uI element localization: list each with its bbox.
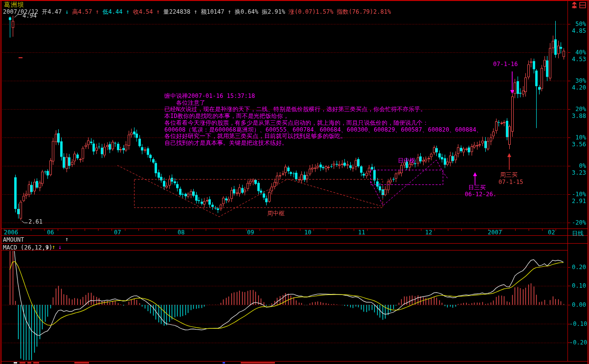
axis-divider <box>567 0 568 362</box>
commentary-line: 600608（笔误：是600068葛洲坝）、600555、600784、6006… <box>164 127 482 134</box>
macd-label-bottom-line <box>0 250 567 250</box>
daily-pivot-label: 日中枢 <box>398 158 415 163</box>
period-selector[interactable]: 日线 <box>568 229 588 238</box>
amount-up-arrow-icon: ↑ <box>65 236 68 242</box>
macd-axis-label: -0.20 <box>569 340 586 345</box>
quote-field: ↑ <box>126 8 129 15</box>
commentary-line: 各位注意了 <box>164 100 482 107</box>
macd-pane-label: MACD (26,12,9) <box>3 244 52 251</box>
price-axis-pct-label: -20% <box>569 220 586 226</box>
commentary-text-block: 缠中说禅2007-01-16 15:37:18 各位注意了已经N次说过，现在是补… <box>164 93 482 147</box>
stock-app-window: 葛洲坝 2007/02/12开4.47↓高4.57↑低4.44↑收4.54↑量2… <box>0 0 589 364</box>
macd-direction-arrow-icon: ↓ <box>45 244 49 250</box>
price-axis-price-label: 3.56 <box>569 141 586 147</box>
quote-info-bar: 2007/02/12开4.47↓高4.57↑低4.44↑收4.54↑量22483… <box>3 8 394 16</box>
weekly-pivot-label: 周中枢 <box>267 210 285 216</box>
macd-pane-bottom-line <box>0 361 588 362</box>
price-axis-price-label: 3.88 <box>569 113 586 119</box>
top-date-label: 07-1-16 <box>493 61 518 67</box>
price-axis-pct-label: 0% <box>569 163 586 169</box>
time-axis-label: 2007 <box>488 229 502 235</box>
quote-field: 量224838 <box>163 8 190 15</box>
time-axis-label: 06 <box>47 229 54 235</box>
quote-field: 换0.64% <box>235 8 258 15</box>
macd-axis-label: 0.00 <box>569 302 586 308</box>
cutoff-ui-fragment <box>223 362 225 364</box>
quote-field: ↓ <box>65 8 68 15</box>
macd-axis-label: -0.10 <box>569 321 586 327</box>
macd-direction-arrow-icon: ↓ <box>58 244 62 250</box>
price-axis-price-label: 4.53 <box>569 56 586 62</box>
quote-field: ↑ <box>228 8 231 15</box>
weekly-buy3-label: 周三买 <box>500 172 518 178</box>
time-axis-label: 07 <box>114 229 121 235</box>
high-price-label: 4.94 <box>23 13 37 19</box>
commentary-line: 各位看看今天涨停的股票，有多少是从第三类买点启动的，就上海的，而且只说低价的，随… <box>164 120 482 127</box>
macd-pane-header[interactable]: MACD (26,12,9) <box>3 244 52 251</box>
commentary-line: 本ID教你的是找吃的本事，而不是光把饭给你， <box>164 113 482 120</box>
price-axis-price-label: 4.20 <box>569 85 586 91</box>
time-axis-label: 2006 <box>4 229 18 235</box>
daily-buy3-date: 06-12-26. <box>465 191 497 197</box>
macd-axis-label: 0.10 <box>569 283 586 289</box>
price-axis-price-label: 3.23 <box>569 170 586 176</box>
commentary-line: 各位好好研究一下，就用第三类买点，目前就可以找到足够多的饭吃。 <box>164 133 482 140</box>
price-axis-pct-label: 20% <box>569 106 586 112</box>
quote-field: 收4.54 <box>133 8 153 15</box>
daily-buy3-label: 日三买 <box>468 184 486 190</box>
cutoff-ui-fragment <box>14 362 17 364</box>
quote-field: 开4.47 <box>42 8 62 15</box>
amount-pane-bottom-line <box>0 243 588 244</box>
price-axis-pct-label: 50% <box>569 21 586 27</box>
cutoff-ui-fragment <box>241 362 275 364</box>
price-axis-price-label: 2.91 <box>569 198 586 204</box>
border-top <box>0 0 589 1</box>
quote-field: ↑ <box>194 8 197 15</box>
amount-pane-label: AMOUNT <box>3 236 24 243</box>
weekly-buy3-date: 07-1-15 <box>498 179 523 185</box>
price-axis-pct-label: 40% <box>569 49 586 55</box>
low-price-label: 2.61 <box>28 219 43 225</box>
price-axis-pct-label: 10% <box>569 135 586 140</box>
quote-field: 振2.91% <box>262 8 285 15</box>
macd-direction-arrow-icon: ↑ <box>52 244 55 250</box>
time-axis-label: 02 <box>548 229 555 235</box>
time-axis-label: 08 <box>178 229 184 235</box>
cutoff-ui-fragment <box>74 362 89 364</box>
cutoff-ui-fragment <box>27 362 31 364</box>
quote-field: ↑ <box>95 8 99 15</box>
commentary-line: 缠中说禅2007-01-16 15:37:18 <box>164 93 482 100</box>
quote-field: ↑ <box>157 8 160 15</box>
macd-axis-label: 0.20 <box>569 264 586 270</box>
price-axis-pct-label: 30% <box>569 78 586 84</box>
time-axis-label: 10 <box>304 229 311 235</box>
quote-field: 高4.57 <box>72 8 92 15</box>
quote-field: 涨(0.07)1.57% <box>289 8 333 15</box>
quote-field: 指数(76.79)2.81% <box>337 8 391 15</box>
commentary-line: 已经N次说过，现在是补涨的天下，二线、特别是低价股横行，选好第三类买点，你会忙得… <box>164 106 482 113</box>
updown-arrow-icon[interactable] <box>571 1 578 7</box>
quote-field: 额10147 <box>201 8 224 15</box>
border-left <box>0 0 1 364</box>
price-axis-pct-label: -10% <box>569 191 586 197</box>
amount-pane-header[interactable]: AMOUNT <box>3 236 24 243</box>
border-right <box>588 0 589 364</box>
time-axis-label: 12 <box>425 229 432 235</box>
time-axis-label: 09 <box>247 229 254 235</box>
period-box-icon[interactable] <box>579 1 587 7</box>
cutoff-ui-fragment <box>33 362 39 364</box>
commentary-line: 自己找到的才是真本事。关键是把这技术练好。 <box>164 140 482 147</box>
price-axis-price-label: 4.85 <box>569 28 586 34</box>
time-axis-label: 11 <box>358 229 365 235</box>
cutoff-ui-fragment <box>20 362 25 364</box>
quote-field: 低4.44 <box>103 8 123 15</box>
